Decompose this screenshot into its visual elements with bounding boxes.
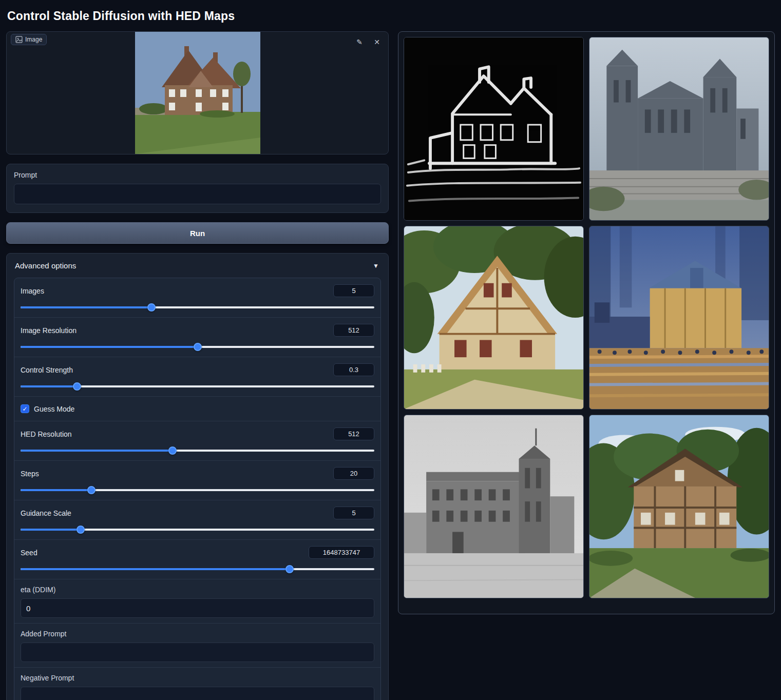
slider-guidance-scale: Guidance Scale 5 (14, 500, 380, 539)
monochrome-old-building-image (404, 415, 583, 598)
guess-mode-label: Guess Mode (34, 405, 74, 413)
page-title: Control Stable Diffusion with HED Maps (6, 6, 775, 31)
gallery-item-timber-house-lawn[interactable] (589, 415, 769, 598)
eta-label: eta (DDIM) (21, 586, 374, 594)
slider-image-resolution-track[interactable] (21, 342, 374, 352)
slider-handle[interactable] (77, 526, 85, 534)
gallery-grid (404, 37, 769, 598)
slider-seed-track[interactable] (21, 565, 374, 574)
image-input-block: Image ✎ ✕ (6, 31, 389, 154)
chevron-down-icon: ▼ (373, 262, 379, 269)
slider-control-strength-value[interactable]: 0.3 (333, 363, 374, 376)
results-column (398, 31, 775, 614)
slider-guidance-scale-value[interactable]: 5 (333, 507, 374, 519)
image-input-label-text: Image (25, 36, 42, 43)
prompt-input[interactable] (14, 184, 381, 204)
slider-hed-resolution: HED Resolution 512 (14, 421, 380, 460)
slider-steps-track[interactable] (21, 485, 374, 495)
image-icon (15, 36, 23, 43)
guess-mode-group: ✓ Guess Mode (14, 396, 380, 421)
app-page: Control Stable Diffusion with HED Maps I… (0, 0, 781, 700)
slider-steps-label: Steps (21, 470, 39, 478)
gallery-item-impressionist-building[interactable] (589, 226, 769, 410)
slider-images-track[interactable] (21, 303, 374, 312)
slider-hed-resolution-label: HED Resolution (21, 430, 72, 438)
slider-handle[interactable] (73, 382, 81, 391)
slider-handle[interactable] (285, 565, 294, 573)
negative-prompt-group: Negative Prompt (14, 667, 380, 700)
output-gallery (398, 31, 775, 614)
slider-image-resolution: Image Resolution 512 (14, 317, 380, 357)
house-photo-image (135, 32, 260, 154)
slider-control-strength: Control Strength 0.3 (14, 357, 380, 396)
slider-control-strength-track[interactable] (21, 382, 374, 391)
slider-steps: Steps 20 (14, 460, 380, 500)
controls-column: Image ✎ ✕ (6, 31, 389, 700)
slider-seed-value[interactable]: 1648733747 (309, 546, 374, 559)
negative-prompt-input[interactable] (21, 687, 374, 700)
hed-edge-map-image (404, 37, 583, 220)
slider-handle[interactable] (87, 486, 96, 494)
added-prompt-input[interactable] (21, 643, 374, 662)
slider-image-resolution-label: Image Resolution (21, 326, 77, 335)
stone-cathedral-image (589, 37, 769, 220)
slider-guidance-scale-track[interactable] (21, 525, 374, 534)
gallery-item-hed-edge-map[interactable] (404, 37, 584, 221)
image-toolbar: ✎ ✕ (353, 36, 383, 48)
slider-control-strength-label: Control Strength (21, 366, 73, 374)
slider-images-value[interactable]: 5 (333, 284, 374, 297)
run-button[interactable]: Run (6, 222, 389, 244)
gallery-item-monochrome-old-building[interactable] (404, 415, 584, 598)
slider-handle[interactable] (194, 343, 202, 351)
close-icon[interactable]: ✕ (371, 36, 383, 48)
negative-prompt-label: Negative Prompt (21, 674, 374, 682)
slider-handle[interactable] (168, 446, 177, 455)
ornate-wooden-house-image (404, 226, 583, 409)
timber-house-lawn-image (589, 415, 769, 598)
eta-group: eta (DDIM) (14, 579, 380, 623)
slider-images-label: Images (21, 287, 44, 295)
advanced-options-form: Images 5 Image Resolution 512 (14, 278, 381, 700)
edit-icon[interactable]: ✎ (353, 36, 366, 48)
advanced-options-block: Advanced options ▼ Images 5 (6, 253, 389, 700)
slider-hed-resolution-track[interactable] (21, 446, 374, 455)
gallery-item-ornate-wooden-house[interactable] (404, 226, 584, 410)
check-icon: ✓ (22, 406, 27, 412)
slider-hed-resolution-value[interactable]: 512 (333, 427, 374, 440)
prompt-label: Prompt (14, 171, 381, 179)
impressionist-building-image (589, 226, 769, 409)
eta-input[interactable] (21, 598, 374, 618)
slider-image-resolution-value[interactable]: 512 (333, 324, 374, 337)
slider-handle[interactable] (147, 303, 156, 312)
uploaded-image[interactable] (7, 32, 388, 154)
slider-guidance-scale-label: Guidance Scale (21, 509, 71, 517)
added-prompt-group: Added Prompt (14, 623, 380, 667)
advanced-options-title: Advanced options (15, 261, 76, 270)
advanced-options-header[interactable]: Advanced options ▼ (7, 254, 388, 277)
prompt-block: Prompt (6, 164, 389, 213)
guess-mode-checkbox[interactable]: ✓ (21, 404, 29, 413)
slider-steps-value[interactable]: 20 (333, 467, 374, 480)
slider-images: Images 5 (14, 278, 380, 317)
added-prompt-label: Added Prompt (21, 630, 374, 638)
slider-seed: Seed 1648733747 (14, 539, 380, 579)
image-input-label: Image (11, 34, 47, 45)
gallery-item-stone-cathedral[interactable] (589, 37, 769, 221)
slider-seed-label: Seed (21, 549, 37, 557)
